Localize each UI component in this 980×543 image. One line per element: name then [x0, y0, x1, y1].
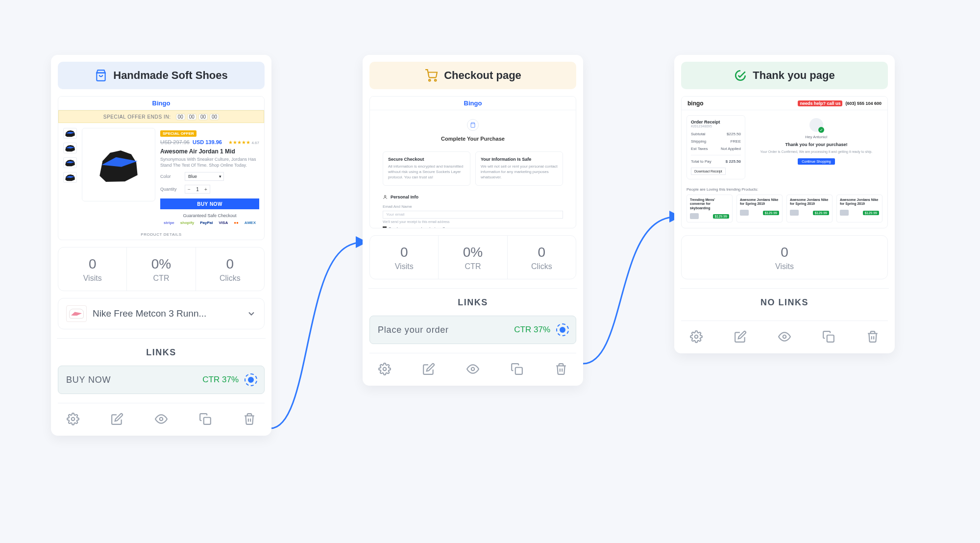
- link-ctr: CTR 37%: [202, 375, 239, 385]
- svg-rect-8: [515, 368, 522, 374]
- email-input: Your email: [383, 211, 563, 219]
- svg-point-6: [383, 368, 387, 371]
- quantity-stepper: −1+: [185, 185, 210, 194]
- new-price: USD 139.96: [193, 139, 222, 145]
- card-header: Handmade Soft Shoes: [58, 62, 265, 89]
- preview-brand: Bingo: [370, 97, 576, 110]
- card-toolbar: [369, 353, 576, 379]
- duplicate-button[interactable]: [506, 359, 528, 379]
- link-ctr: CTR 37%: [514, 325, 550, 335]
- card-header: Checkout page: [369, 62, 576, 89]
- product-selector[interactable]: Nike Free Metcon 3 Runn...: [58, 298, 265, 329]
- edit-button[interactable]: [729, 327, 752, 346]
- link-place-order[interactable]: Place your order CTR 37%: [369, 316, 576, 344]
- settings-button[interactable]: [685, 327, 708, 346]
- svg-point-3: [429, 79, 430, 81]
- svg-point-5: [384, 195, 386, 197]
- offer-bar: SPECIAL OFFER ENDS IN: 00 00 00 00: [58, 110, 264, 123]
- recommended-products: Trending Mens' converse for skyboarding$…: [686, 195, 882, 222]
- preview-brand-bar: bingo Needs Help? Call us(603) 555 104 6…: [682, 97, 887, 110]
- avatar: ✓: [809, 118, 823, 132]
- checkout-title: Complete Your Purchase: [375, 136, 571, 142]
- product-desc: Synonymous With Sneaker Culture, Jordans…: [160, 157, 259, 168]
- preview-button[interactable]: [150, 409, 172, 429]
- shopping-bag-icon: [95, 69, 107, 82]
- svg-rect-11: [827, 335, 834, 342]
- funnel-card-product: Handmade Soft Shoes Bingo SPECIAL OFFER …: [51, 55, 271, 436]
- personal-info-heading: Personal Info: [383, 195, 563, 199]
- offer-timer: 00 00 00 00: [176, 114, 220, 120]
- product-selector-thumb: [66, 305, 87, 322]
- card-title: Checkout page: [444, 69, 521, 82]
- link-buy-now[interactable]: BUY NOW CTR 37%: [58, 366, 265, 394]
- svg-point-0: [72, 418, 75, 421]
- checkout-bag-icon: [467, 119, 479, 131]
- svg-point-7: [471, 368, 475, 371]
- preview-button[interactable]: [462, 359, 484, 379]
- checkmark-circle-icon: [734, 69, 747, 82]
- flow-arrow-1: [265, 235, 372, 441]
- flow-arrow-2: [578, 211, 686, 372]
- edit-button[interactable]: [106, 409, 128, 429]
- cart-icon: [424, 69, 438, 82]
- link-name: Place your order: [378, 325, 508, 335]
- ctr-value: 0%: [127, 256, 195, 272]
- safe-checkout-label: Guaranteed Safe Checkout: [160, 213, 259, 218]
- stats-row: 0Visits: [681, 235, 888, 279]
- visits-value: 0: [370, 245, 438, 260]
- delete-button[interactable]: [550, 359, 572, 379]
- stats-row: 0Visits 0%CTR 0Clicks: [58, 247, 265, 291]
- link-target-icon[interactable]: [556, 323, 569, 336]
- color-select: Blue▾: [185, 172, 224, 181]
- stats-row: 0Visits 0%CTR 0Clicks: [369, 235, 576, 279]
- preview-brand: Bingo: [58, 97, 264, 110]
- funnel-card-checkout: Checkout page Bingo Complete Your Purcha…: [363, 55, 583, 386]
- delete-button[interactable]: [238, 409, 261, 429]
- preview-button[interactable]: [773, 327, 796, 346]
- card-title: Thank you page: [753, 69, 834, 82]
- link-target-icon[interactable]: [245, 373, 257, 386]
- page-preview-thankyou[interactable]: bingo Needs Help? Call us(603) 555 104 6…: [681, 96, 888, 228]
- funnel-card-thankyou: Thank you page bingo Needs Help? Call us…: [674, 55, 895, 353]
- offer-label: SPECIAL OFFER ENDS IN:: [103, 114, 171, 120]
- no-links-label: NO LINKS: [681, 297, 888, 308]
- link-name: BUY NOW: [66, 375, 196, 385]
- page-preview-checkout[interactable]: Bingo Complete Your Purchase Secure Chec…: [369, 96, 576, 228]
- links-section-title: LINKS: [58, 347, 265, 358]
- preview-buy-button: BUY NOW: [160, 198, 259, 209]
- chevron-down-icon: [246, 309, 256, 319]
- delete-button[interactable]: [861, 327, 884, 346]
- old-price: USD 297.96: [160, 139, 190, 145]
- card-title: Handmade Soft Shoes: [113, 69, 227, 82]
- duplicate-button[interactable]: [194, 409, 217, 429]
- clicks-value: 0: [196, 256, 264, 272]
- page-preview-product[interactable]: Bingo SPECIAL OFFER ENDS IN: 00 00 00 00: [58, 96, 265, 240]
- rating-stars: ★★★★★ 4.67: [228, 140, 259, 145]
- card-header: Thank you page: [681, 62, 888, 89]
- payment-logos: stripe shopify PayPal VISA ●● AMEX: [160, 220, 259, 225]
- card-toolbar: [681, 321, 888, 346]
- product-selector-name: Nike Free Metcon 3 Runn...: [93, 308, 241, 319]
- card-toolbar: [58, 403, 265, 429]
- product-name: Awesome Air Jordan 1 Mid: [160, 148, 259, 155]
- svg-point-1: [160, 418, 163, 421]
- svg-point-4: [435, 79, 436, 81]
- ctr-value: 0%: [439, 245, 507, 260]
- product-thumbnails: [63, 128, 77, 225]
- product-details-label: PRODUCT DETAILS: [58, 232, 264, 237]
- order-receipt: Order Receipt #2012348095 Subtotal$225.5…: [686, 115, 745, 179]
- product-image: [82, 128, 155, 201]
- newsletter-checkbox: Send me news and exclusive offers: [383, 226, 563, 228]
- duplicate-button[interactable]: [817, 327, 840, 346]
- visits-value: 0: [58, 256, 126, 272]
- links-section-title: LINKS: [369, 297, 576, 308]
- download-receipt-button: Download Receipt: [691, 168, 726, 175]
- continue-shopping-button: Continue Shopping: [798, 158, 835, 165]
- clicks-value: 0: [508, 245, 576, 260]
- svg-rect-2: [204, 418, 211, 424]
- settings-button[interactable]: [373, 359, 396, 379]
- settings-button[interactable]: [62, 409, 84, 429]
- special-offer-badge: SPECIAL OFFER: [160, 130, 196, 137]
- edit-button[interactable]: [417, 359, 440, 379]
- svg-point-9: [695, 335, 698, 339]
